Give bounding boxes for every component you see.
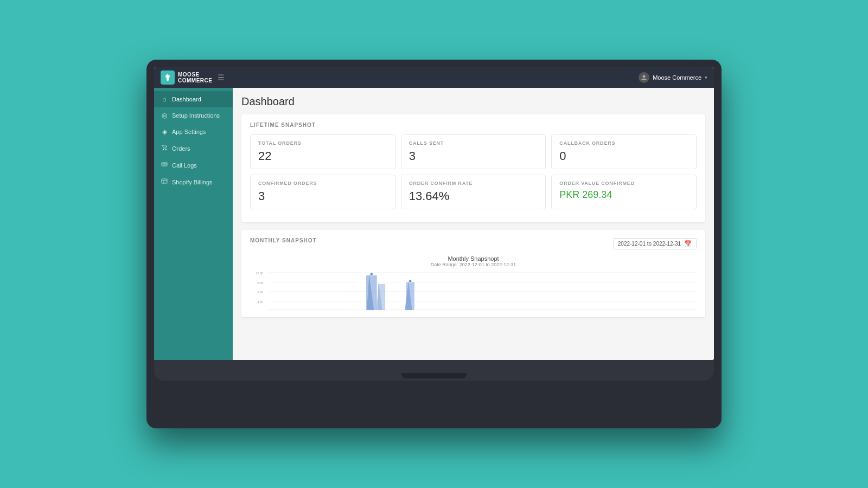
- sidebar-item-label: Shopify Billings: [172, 179, 213, 185]
- stat-confirmed-orders: CONFIRMED ORDERS 3: [250, 175, 395, 209]
- brand-logo: MOOSE COMMERCE: [161, 70, 212, 85]
- chart-title-area: Monthly Snapshopt Date Range: 2022-12-01…: [250, 255, 697, 267]
- sidebar-item-billing[interactable]: Shopify Billings: [154, 174, 233, 190]
- sidebar: ⌂ Dashboard ◎ Setup Instructions ◈ App S…: [154, 88, 233, 360]
- stat-calls-sent-value: 3: [409, 149, 538, 163]
- sidebar-item-calllogs[interactable]: Call Logs: [154, 157, 233, 174]
- stat-confirmed-orders-label: CONFIRMED ORDERS: [258, 181, 387, 186]
- stat-confirm-rate: ORDER CONFIRM RATE 13.64%: [401, 175, 546, 209]
- monthly-header: MONTHLY SNAPSHOT 2022-12-01 to 2022-12-3…: [250, 237, 697, 250]
- stat-callback-orders-label: CALLBACK ORDERS: [559, 140, 688, 146]
- stat-total-orders: TOTAL ORDERS 22: [250, 134, 395, 169]
- user-name-label: Moose Commerce: [653, 74, 701, 81]
- sidebar-item-appsettings[interactable]: ◈ App Settings: [154, 124, 233, 140]
- monthly-snapshot-title: MONTHLY SNAPSHOT: [250, 237, 317, 243]
- date-range-picker[interactable]: 2022-12-01 to 2022-12-31 📅: [613, 238, 697, 249]
- laptop-screen: MOOSE COMMERCE ☰ Moose Commerce ▾: [154, 67, 714, 360]
- monthly-snapshot-card: MONTHLY SNAPSHOT 2022-12-01 to 2022-12-3…: [241, 230, 705, 317]
- app-body: ⌂ Dashboard ◎ Setup Instructions ◈ App S…: [154, 88, 714, 360]
- svg-point-1: [163, 149, 164, 150]
- sidebar-item-orders[interactable]: Orders: [154, 140, 233, 157]
- chart-svg: 10.00 8.00 6.00 4.00: [250, 269, 697, 313]
- settings-icon: ◈: [161, 128, 168, 136]
- stats-row-2: CONFIRMED ORDERS 3 ORDER CONFIRM RATE 13…: [250, 175, 697, 209]
- stats-row-1: TOTAL ORDERS 22 CALLS SENT 3 CALLBACK OR…: [250, 134, 697, 169]
- stat-confirm-rate-label: ORDER CONFIRM RATE: [409, 181, 538, 186]
- user-avatar: [639, 72, 649, 83]
- svg-point-24: [370, 273, 373, 275]
- setup-icon: ◎: [161, 112, 168, 119]
- stat-total-orders-value: 22: [258, 149, 387, 163]
- user-chevron: ▾: [705, 75, 707, 80]
- stat-callback-orders: CALLBACK ORDERS 0: [551, 134, 697, 169]
- laptop-bottom: [154, 360, 714, 381]
- date-range-label: 2022-12-01 to 2022-12-31: [618, 241, 681, 247]
- sidebar-item-label: Setup Instructions: [172, 112, 220, 119]
- stat-total-orders-label: TOTAL ORDERS: [258, 140, 387, 146]
- chart-title: Monthly Snapshopt: [250, 255, 697, 262]
- sidebar-item-label: Dashboard: [172, 96, 201, 102]
- main-content: Dashboard LIFETIME SNAPSHOT TOTAL ORDERS…: [233, 88, 714, 360]
- dashboard-icon: ⌂: [161, 95, 168, 103]
- svg-text:8.00: 8.00: [257, 281, 263, 285]
- sidebar-item-label: App Settings: [172, 129, 206, 135]
- laptop-frame: MOOSE COMMERCE ☰ Moose Commerce ▾: [146, 60, 722, 428]
- svg-text:4.00: 4.00: [257, 300, 263, 304]
- svg-text:10.00: 10.00: [256, 272, 263, 275]
- sidebar-item-label: Call Logs: [172, 162, 197, 169]
- svg-point-2: [165, 149, 167, 150]
- stat-order-value-label: ORDER VALUE CONFIRMED: [559, 181, 688, 186]
- calllogs-icon: [161, 161, 168, 169]
- svg-rect-8: [163, 182, 164, 183]
- stat-calls-sent-label: CALLS SENT: [409, 140, 538, 146]
- stat-order-value: ORDER VALUE CONFIRMED PKR 269.34: [551, 175, 697, 209]
- svg-point-25: [409, 280, 411, 282]
- lifetime-snapshot-card: LIFETIME SNAPSHOT TOTAL ORDERS 22 CALLS …: [241, 114, 705, 222]
- stat-callback-orders-value: 0: [559, 149, 688, 163]
- svg-rect-3: [162, 163, 167, 166]
- svg-rect-6: [162, 179, 167, 183]
- brand-icon: [161, 70, 175, 85]
- billing-icon: [161, 178, 168, 186]
- laptop-hinge: [401, 373, 467, 378]
- stat-order-value-value: PKR 269.34: [559, 189, 688, 201]
- calendar-icon: 📅: [684, 240, 692, 247]
- chart-subtitle: Date Range: 2022-12-01 to 2022-12-31: [250, 262, 697, 267]
- sidebar-item-setup[interactable]: ◎ Setup Instructions: [154, 107, 233, 124]
- svg-text:6.00: 6.00: [257, 291, 263, 294]
- sidebar-item-dashboard[interactable]: ⌂ Dashboard: [154, 91, 233, 107]
- stat-calls-sent: CALLS SENT 3: [401, 134, 546, 169]
- sidebar-item-label: Orders: [172, 145, 190, 152]
- lifetime-snapshot-title: LIFETIME SNAPSHOT: [250, 122, 697, 128]
- chart-container: Monthly Snapshopt Date Range: 2022-12-01…: [250, 255, 697, 310]
- orders-icon: [161, 144, 168, 152]
- topbar-user[interactable]: Moose Commerce ▾: [639, 72, 707, 83]
- topbar-left: MOOSE COMMERCE ☰: [161, 70, 225, 85]
- stat-confirmed-orders-value: 3: [258, 189, 387, 203]
- svg-point-0: [643, 75, 646, 78]
- stat-confirm-rate-value: 13.64%: [409, 189, 538, 203]
- page-title: Dashboard: [241, 95, 705, 108]
- app-topbar: MOOSE COMMERCE ☰ Moose Commerce ▾: [154, 67, 714, 88]
- hamburger-icon[interactable]: ☰: [218, 73, 225, 82]
- brand-text: MOOSE COMMERCE: [178, 72, 212, 84]
